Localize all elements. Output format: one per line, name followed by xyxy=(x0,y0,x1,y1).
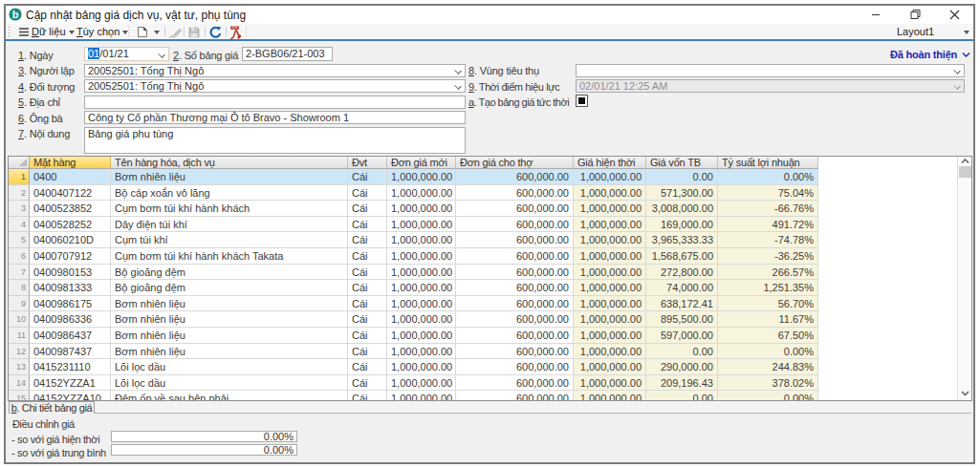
svg-text:b: b xyxy=(12,9,19,20)
svg-text:PDF: PDF xyxy=(232,26,238,30)
